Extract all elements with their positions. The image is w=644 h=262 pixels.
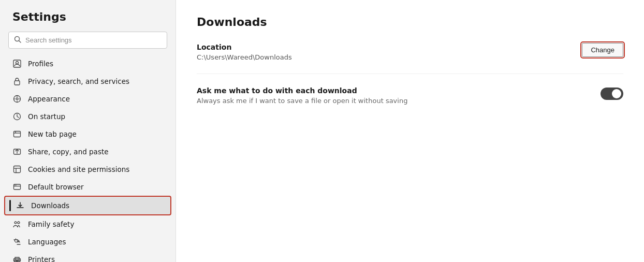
privacy-icon [12,77,22,86]
startup-icon [12,112,22,121]
appearance-icon [12,94,22,104]
default-browser-label: Default browser [28,183,84,191]
profile-icon [12,59,22,68]
search-box[interactable] [8,32,167,49]
sidebar-item-printers[interactable]: Printers [0,251,175,262]
share-icon [12,147,22,156]
sidebar-item-startup[interactable]: On startup [0,108,175,125]
location-row: Location C:\Users\Wareed\Downloads Chang… [197,43,623,61]
svg-line-1 [19,41,21,43]
download-icon [16,201,25,210]
ask-download-toggle[interactable] [601,88,623,100]
profiles-label: Profiles [28,60,53,68]
ask-download-desc: Always ask me if I want to save a file o… [197,97,601,105]
search-icon [14,35,21,45]
location-info: Location C:\Users\Wareed\Downloads [197,43,582,61]
ask-download-row: Ask me what to do with each download Alw… [197,86,623,105]
search-input[interactable] [25,36,162,44]
toggle-thumb [612,89,621,98]
sidebar-item-share[interactable]: Share, copy, and paste [0,143,175,161]
share-label: Share, copy, and paste [28,148,109,156]
change-button[interactable]: Change [582,43,623,57]
privacy-label: Privacy, search, and services [28,77,129,85]
page-title: Downloads [197,16,623,28]
sidebar-item-appearance[interactable]: Appearance [0,90,175,108]
svg-rect-12 [14,132,21,137]
ask-download-info: Ask me what to do with each download Alw… [197,86,601,105]
svg-point-22 [14,185,16,186]
newtab-icon [12,129,22,139]
sidebar-title: Settings [0,10,175,32]
svg-rect-4 [14,81,20,85]
sidebar-item-privacy[interactable]: Privacy, search, and services [0,72,175,90]
svg-point-3 [16,62,19,64]
toggle-container[interactable] [601,86,623,100]
sidebar-item-default-browser[interactable]: Default browser [0,178,175,196]
svg-point-6 [16,98,18,100]
location-section: Location C:\Users\Wareed\Downloads Chang… [197,43,623,74]
toggle-track [601,88,623,100]
family-icon [12,220,22,229]
appearance-label: Appearance [28,95,70,103]
svg-point-24 [14,222,17,224]
sidebar-item-downloads[interactable]: Downloads [4,196,171,215]
sidebar-item-profiles[interactable]: Profiles [0,55,175,72]
sidebar-item-languages[interactable]: Languages [0,233,175,251]
svg-rect-17 [14,166,21,173]
svg-point-25 [18,222,20,224]
printer-icon [12,255,22,262]
browser-icon [12,182,22,192]
main-content: Downloads Location C:\Users\Wareed\Downl… [176,0,644,262]
sidebar-item-family[interactable]: Family safety [0,215,175,233]
downloads-label: Downloads [31,201,69,210]
cookies-label: Cookies and site permissions [28,165,129,173]
family-label: Family safety [28,220,74,228]
printers-label: Printers [28,255,55,262]
cookies-icon [12,165,22,174]
svg-point-23 [16,185,17,186]
languages-label: Languages [28,238,66,246]
app-container: Settings Profiles [0,0,644,262]
sidebar-item-cookies[interactable]: Cookies and site permissions [0,161,175,178]
location-value: C:\Users\Wareed\Downloads [197,53,582,61]
location-label: Location [197,43,582,51]
language-icon [12,237,22,246]
newtab-label: New tab page [28,130,77,138]
ask-download-label: Ask me what to do with each download [197,86,601,95]
sidebar-item-newtab[interactable]: New tab page [0,125,175,143]
ask-download-section: Ask me what to do with each download Alw… [197,86,623,117]
sidebar: Settings Profiles [0,0,176,262]
startup-label: On startup [28,112,65,121]
